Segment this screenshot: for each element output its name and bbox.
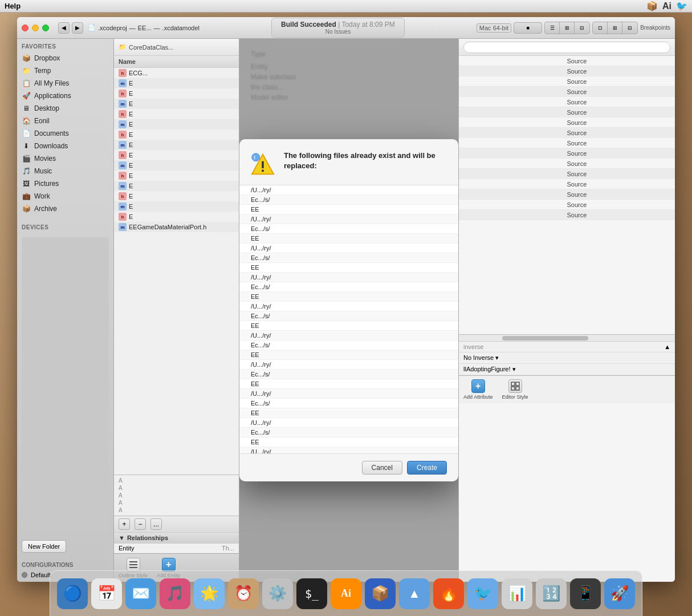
- std-view-btn[interactable]: ⊞: [560, 22, 575, 34]
- list-item[interactable]: m E: [114, 181, 239, 191]
- dock-icon-terminal[interactable]: $_: [296, 578, 327, 609]
- sidebar-item-desktop[interactable]: 🖥 Desktop: [17, 102, 113, 115]
- entity-label: Entity: [119, 545, 222, 552]
- file-list-scroll[interactable]: h ECG... m E h E m E h E: [114, 68, 239, 475]
- list-item[interactable]: h E: [114, 88, 239, 99]
- sidebar-item-pictures[interactable]: 🖼 Pictures: [17, 177, 113, 190]
- add-attribute-tool[interactable]: + Add Attribute: [463, 379, 493, 400]
- close-button[interactable]: [22, 25, 29, 31]
- sidebar-item-dropbox[interactable]: 📦 Dropbox: [17, 52, 113, 64]
- sidebar-item-music[interactable]: 🎵 Music: [17, 165, 113, 177]
- h-scrollbar[interactable]: [459, 335, 675, 342]
- dialog-file-list[interactable]: /U.../ry/ Ec.../s/ EE /U.../ry/ Ec.../s/…: [239, 185, 458, 454]
- no-inverse-row[interactable]: No Inverse ▾: [459, 352, 675, 364]
- maximize-button[interactable]: [42, 25, 49, 31]
- aux-view-btn[interactable]: ⊟: [575, 22, 589, 34]
- list-item[interactable]: m E: [114, 78, 239, 88]
- sidebar-item-applications[interactable]: 🚀 Applications: [17, 90, 113, 102]
- toolbar-right: Mac 64-bit ■ ☰ ⊞ ⊟ ⊡ ⊞ ⊟ Breakpoints: [477, 22, 670, 34]
- dock-icon-iphone[interactable]: 📱: [570, 578, 601, 609]
- dock-icon-illustrator[interactable]: Ai: [331, 578, 361, 609]
- dialog-file-item: /U.../ry/: [239, 447, 458, 454]
- add-relationship-button[interactable]: +: [119, 518, 130, 530]
- dock-icon-iphoto[interactable]: 🌟: [194, 578, 225, 609]
- list-item[interactable]: h E: [114, 150, 239, 160]
- dock-icon-system-prefs[interactable]: ⚙️: [262, 578, 293, 609]
- list-item[interactable]: m E: [114, 201, 239, 212]
- search-input[interactable]: [463, 42, 670, 53]
- list-item[interactable]: h E: [114, 109, 239, 119]
- sidebar-item-work[interactable]: 💼 Work: [17, 190, 113, 202]
- build-status: Build Succeeded | Today at 8:09 PM No Is…: [271, 18, 405, 38]
- cancel-button[interactable]: Cancel: [362, 461, 402, 475]
- std-editor-btn[interactable]: ⊡: [593, 22, 608, 34]
- remove-relationship-button[interactable]: −: [135, 518, 146, 530]
- nav-view-btn[interactable]: ☰: [545, 22, 560, 34]
- sidebar-item-movies[interactable]: 🎬 Movies: [17, 152, 113, 165]
- list-item[interactable]: m E: [114, 119, 239, 129]
- forward-button[interactable]: ▶: [72, 22, 83, 34]
- new-folder-button[interactable]: New Folder: [22, 540, 66, 553]
- dock-icon-finder[interactable]: 🔵: [57, 578, 88, 609]
- more-options-button[interactable]: ...: [150, 518, 162, 530]
- view-mode-buttons: ☰ ⊞ ⊟: [544, 22, 590, 34]
- list-item[interactable]: h E: [114, 129, 239, 140]
- dock-icon-calculator[interactable]: 🔢: [536, 578, 567, 609]
- no-inverse-label: No Inverse ▾: [463, 354, 499, 361]
- sidebar-item-eonil[interactable]: 🏠 Eonil: [17, 115, 113, 127]
- sidebar-item-archive[interactable]: 📦 Archive: [17, 202, 113, 215]
- dock-icon-calendar[interactable]: 📅: [91, 578, 122, 609]
- warning-icon: !: [251, 151, 275, 178]
- list-item[interactable]: m EEGameDataMaterialPort.h: [114, 222, 239, 232]
- entity-row[interactable]: Entity Th...: [114, 544, 239, 553]
- right-panel: Source Source Source Source Source: [458, 39, 675, 582]
- sidebar-item-all-my-files[interactable]: 📋 All My Files: [17, 77, 113, 90]
- minimize-button[interactable]: [32, 25, 39, 31]
- sidebar-item-downloads[interactable]: ⬇ Downloads: [17, 140, 113, 152]
- dock-icon-campfire[interactable]: 🔥: [433, 578, 464, 609]
- sidebar-item-label: Movies: [34, 155, 56, 163]
- back-button[interactable]: ◀: [58, 22, 70, 34]
- create-button[interactable]: Create: [407, 461, 447, 475]
- dock-icon-mail[interactable]: ✉️: [125, 578, 156, 609]
- build-status-area: Build Succeeded | Today at 8:09 PM No Is…: [204, 18, 472, 38]
- outline-style-icon: [127, 558, 140, 572]
- dialog-file-item: EE: [239, 350, 458, 360]
- dock-icon-vmware[interactable]: ▲: [399, 578, 430, 609]
- assistant-btn[interactable]: ⊞: [608, 22, 622, 34]
- svg-rect-5: [262, 170, 263, 172]
- dock-icon-itunes[interactable]: 🎵: [160, 578, 190, 609]
- name-column-header: Name: [119, 58, 136, 65]
- scheme-button[interactable]: ■: [514, 22, 542, 34]
- all-files-icon: 📋: [22, 79, 31, 88]
- add-attribute-label: Add Attribute: [463, 394, 493, 400]
- editor-style-tool[interactable]: Editor Style: [502, 379, 528, 400]
- traffic-lights: [22, 25, 49, 31]
- dialog-file-item: /U.../ry/: [239, 244, 458, 253]
- dock-icon-time-machine[interactable]: ⏰: [228, 578, 259, 609]
- dock-icon-virtualbox[interactable]: 📦: [365, 578, 396, 609]
- list-item[interactable]: h E: [114, 171, 239, 181]
- breadcrumb: 📁 CoreDataClas...: [119, 43, 173, 51]
- h-file-icon: h: [119, 192, 127, 200]
- list-item[interactable]: h E: [114, 212, 239, 222]
- work-icon: 💼: [22, 192, 31, 201]
- h-file-icon: h: [119, 151, 127, 159]
- dialog-file-item: EE: [239, 321, 458, 331]
- dock-icon-twitterrific[interactable]: 🐦: [467, 578, 498, 609]
- list-item[interactable]: h ECG...: [114, 68, 239, 78]
- svg-text:!: !: [254, 155, 255, 160]
- dock-icon-launchpad[interactable]: 🚀: [604, 578, 635, 609]
- adopting-row[interactable]: llAdoptingFigure! ▾: [459, 364, 675, 375]
- list-item[interactable]: m E: [114, 99, 239, 109]
- list-item[interactable]: m E: [114, 140, 239, 150]
- archive-icon: 📦: [22, 204, 31, 213]
- version-btn[interactable]: ⊟: [622, 22, 637, 34]
- list-item[interactable]: h E: [114, 191, 239, 201]
- list-item[interactable]: m E: [114, 160, 239, 171]
- left-label: A: [119, 485, 234, 491]
- sidebar-item-temp[interactable]: 📁 Temp: [17, 64, 113, 77]
- sidebar-item-documents[interactable]: 📄 Documents: [17, 127, 113, 140]
- sidebar-item-label: Eonil: [34, 117, 50, 125]
- dock-icon-activity-monitor[interactable]: 📊: [502, 578, 532, 609]
